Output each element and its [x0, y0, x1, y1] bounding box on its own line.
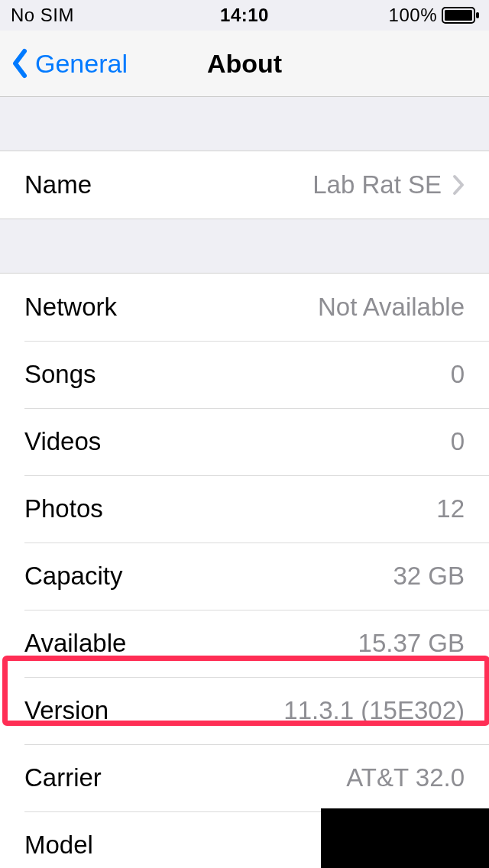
status-carrier: No SIM [11, 5, 74, 26]
row-label: Videos [24, 427, 101, 456]
redaction-block [321, 808, 489, 868]
status-battery: 100% [389, 5, 480, 26]
battery-icon [442, 7, 480, 24]
row-videos: Videos 0 [0, 408, 489, 475]
row-value: AT&T 32.0 [346, 763, 465, 792]
row-photos: Photos 12 [0, 475, 489, 542]
row-label: Photos [24, 494, 103, 523]
row-value: Not Available [318, 293, 465, 322]
svg-rect-2 [476, 12, 479, 18]
group-spacer [0, 97, 489, 151]
svg-rect-1 [445, 10, 472, 21]
row-label: Model [24, 831, 93, 860]
nav-bar: General About [0, 31, 489, 97]
row-value: 0 [451, 427, 465, 456]
status-time: 14:10 [220, 5, 269, 26]
row-label: Network [24, 293, 117, 322]
row-value: 15.37 GB [358, 629, 465, 658]
row-name[interactable]: Name Lab Rat SE [0, 151, 489, 219]
chevron-left-icon [11, 48, 29, 79]
row-label: Name [24, 170, 92, 199]
page-title: About [207, 49, 282, 79]
back-button-label: General [35, 49, 128, 79]
row-available: Available 15.37 GB [0, 610, 489, 677]
row-network: Network Not Available [0, 274, 489, 341]
group-spacer [0, 219, 489, 273]
row-value: 12 [436, 494, 465, 523]
row-label: Carrier [24, 763, 102, 792]
status-bar: No SIM 14:10 100% [0, 0, 489, 31]
row-value: 32 GB [393, 562, 465, 591]
row-version: Version 11.3.1 (15E302) [0, 677, 489, 744]
row-songs: Songs 0 [0, 341, 489, 408]
row-label: Version [24, 696, 108, 725]
name-section: Name Lab Rat SE [0, 151, 489, 219]
row-value: 11.3.1 (15E302) [283, 696, 465, 725]
row-value: Lab Rat SE [313, 170, 442, 199]
row-carrier: Carrier AT&T 32.0 [0, 744, 489, 811]
row-value: 0 [451, 360, 465, 389]
back-button[interactable]: General [0, 48, 128, 79]
row-label: Available [24, 629, 126, 658]
battery-percent-label: 100% [389, 5, 437, 26]
chevron-right-icon [452, 174, 465, 196]
row-capacity: Capacity 32 GB [0, 542, 489, 610]
row-value-wrap: Lab Rat SE [313, 170, 465, 199]
info-section: Network Not Available Songs 0 Videos 0 P… [0, 273, 489, 868]
row-label: Capacity [24, 562, 122, 591]
row-label: Songs [24, 360, 96, 389]
